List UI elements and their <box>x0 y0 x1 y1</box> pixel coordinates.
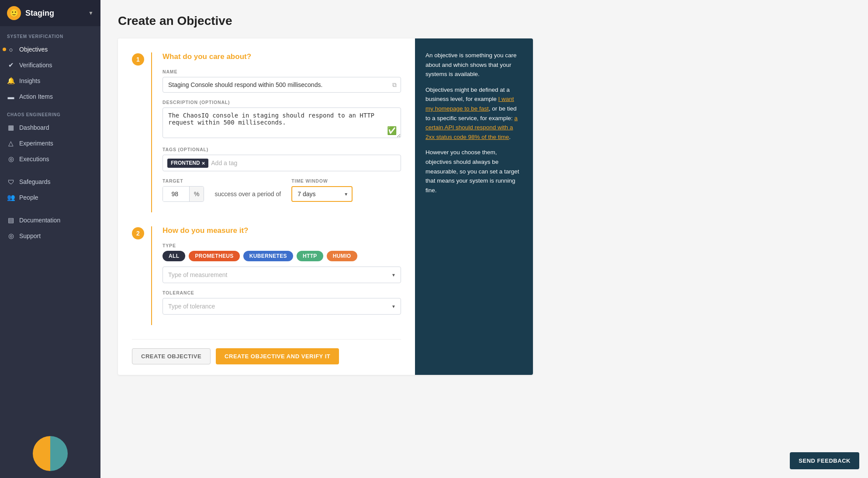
main-content: Create an Objective 1 What do you care a… <box>100 0 868 478</box>
measurement-select[interactable]: Type of measurement <box>163 267 401 283</box>
executions-icon: ◎ <box>7 155 15 163</box>
documentation-icon: ▤ <box>7 216 15 224</box>
section-title-2: How do you measure it? <box>163 226 401 235</box>
create-objective-button[interactable]: CREATE OBJECTIVE <box>132 348 211 364</box>
info-panel: An objective is something you care about… <box>415 38 533 375</box>
name-label: NAME <box>163 69 401 74</box>
time-window-select[interactable]: 7 days 1 day 30 days 90 days <box>291 186 353 202</box>
name-field-group: NAME ⧉ <box>163 69 401 93</box>
sidebar-item-label: Safeguards <box>19 178 51 185</box>
sidebar-section-system: SYSTEM VERIFICATION ○ Objectives ✔ Verif… <box>0 26 100 104</box>
target-subgroup: TARGET % <box>163 178 204 202</box>
section-content-2: How do you measure it? TYPE ALL PROMETHE… <box>151 226 401 325</box>
name-input[interactable] <box>163 77 401 93</box>
type-buttons: ALL PROMETHEUS KUBERNETES HTTP HUMIO <box>163 251 401 261</box>
sidebar-item-dashboard[interactable]: ▦ Dashboard <box>0 120 100 135</box>
check-circle-icon: ✅ <box>387 126 397 135</box>
people-icon: 👥 <box>7 194 15 201</box>
sidebar-item-label: Documentation <box>19 217 60 224</box>
experiments-icon: △ <box>7 139 15 147</box>
sidebar-item-insights[interactable]: 🔔 Insights <box>0 73 100 89</box>
target-label: TARGET <box>163 178 204 184</box>
sidebar-item-people[interactable]: 👥 People <box>0 190 100 205</box>
time-window-subgroup: TIME WINDOW 7 days 1 day 30 days 90 days <box>291 178 353 202</box>
sidebar-item-label: Dashboard <box>19 124 49 131</box>
type-field-group: TYPE ALL PROMETHEUS KUBERNETES HTTP HUMI… <box>163 243 401 283</box>
sidebar-item-label: Action Items <box>19 93 53 100</box>
type-btn-prometheus[interactable]: PROMETHEUS <box>189 251 239 261</box>
type-btn-kubernetes[interactable]: KUBERNETES <box>243 251 293 261</box>
section-number-2: 2 <box>132 227 144 239</box>
info-paragraph-2: Objectives might be defined at a busines… <box>425 85 522 142</box>
info-p2-post: . <box>509 134 511 140</box>
create-objective-card: 1 What do you care about? NAME ⧉ DESCRIP… <box>118 38 533 375</box>
sidebar-section-label-system: SYSTEM VERIFICATION <box>0 26 100 42</box>
sidebar-item-verifications[interactable]: ✔ Verifications <box>0 57 100 73</box>
sidebar-title: Staging <box>25 9 84 18</box>
objectives-icon: ○ <box>7 45 15 53</box>
tags-input[interactable]: FRONTEND × Add a tag <box>163 155 401 171</box>
tag-label: FRONTEND <box>171 160 200 166</box>
name-input-wrap: ⧉ <box>163 77 401 93</box>
info-p2-pre: Objectives might be defined at a busines… <box>425 87 510 103</box>
sidebar-bottom <box>0 429 100 478</box>
target-input-wrap: % <box>163 186 204 202</box>
description-input[interactable] <box>163 107 401 138</box>
sidebar-item-support[interactable]: ◎ Support <box>0 228 100 244</box>
active-dot <box>3 48 6 51</box>
section-title-1: What do you care about? <box>163 52 401 61</box>
target-text: success over a period of <box>214 191 281 202</box>
time-window-select-wrap: 7 days 1 day 30 days 90 days <box>291 186 353 202</box>
target-percent-label: % <box>189 187 204 201</box>
tolerance-label: TOLERANCE <box>163 290 401 295</box>
sidebar-item-label: Verifications <box>19 62 52 69</box>
copy-icon: ⧉ <box>392 81 397 89</box>
time-window-label: TIME WINDOW <box>291 178 353 184</box>
app-logo: 🙂 <box>7 6 21 20</box>
description-input-wrap: ✅ <box>163 107 401 140</box>
target-input[interactable] <box>163 187 189 201</box>
avatar <box>33 436 68 471</box>
chevron-down-icon: ▼ <box>88 10 93 16</box>
dashboard-icon: ▦ <box>7 124 15 132</box>
tolerance-select[interactable]: Type of tolerance <box>163 298 401 315</box>
tags-field-group: TAGS (OPTIONAL) FRONTEND × Add a tag <box>163 147 401 171</box>
tolerance-field-group: TOLERANCE Type of tolerance <box>163 290 401 315</box>
sidebar-item-action-items[interactable]: ▬ Action Items <box>0 89 100 104</box>
sidebar-item-label: People <box>19 194 38 201</box>
sidebar-item-safeguards[interactable]: 🛡 Safeguards <box>0 174 100 190</box>
target-field-group: TARGET % success over a period of <box>163 178 401 202</box>
sidebar-item-label: Support <box>19 232 41 239</box>
sidebar: 🙂 Staging ▼ SYSTEM VERIFICATION ○ Object… <box>0 0 100 478</box>
tag-remove-icon[interactable]: × <box>202 160 205 166</box>
info-paragraph-1: An objective is something you care about… <box>425 51 522 79</box>
sidebar-header[interactable]: 🙂 Staging ▼ <box>0 0 100 26</box>
sidebar-item-label: Insights <box>19 77 40 84</box>
sidebar-item-label: Experiments <box>19 140 53 147</box>
type-btn-humio[interactable]: HUMIO <box>327 251 357 261</box>
section-how: 2 How do you measure it? TYPE ALL PROMET… <box>132 226 401 325</box>
page-title: Create an Objective <box>118 14 851 28</box>
send-feedback-button[interactable]: SEND FEEDBACK <box>790 452 859 469</box>
tags-label: TAGS (OPTIONAL) <box>163 147 401 152</box>
type-btn-http[interactable]: HTTP <box>297 251 323 261</box>
sidebar-item-executions[interactable]: ◎ Executions <box>0 151 100 167</box>
measurement-select-wrap: Type of measurement <box>163 267 401 283</box>
info-paragraph-3: However you choose them, objectives shou… <box>425 148 522 195</box>
form-area: 1 What do you care about? NAME ⧉ DESCRIP… <box>118 38 415 375</box>
insights-icon: 🔔 <box>7 77 15 85</box>
tolerance-select-wrap: Type of tolerance <box>163 298 401 315</box>
form-footer: CREATE OBJECTIVE CREATE OBJECTIVE AND VE… <box>132 339 401 364</box>
section-content-1: What do you care about? NAME ⧉ DESCRIPTI… <box>151 52 401 212</box>
sidebar-item-experiments[interactable]: △ Experiments <box>0 135 100 151</box>
create-objective-verify-button[interactable]: CREATE OBJECTIVE AND VERIFY IT <box>216 348 339 364</box>
section-number-1: 1 <box>132 53 144 66</box>
tag-frontend[interactable]: FRONTEND × <box>167 159 208 168</box>
section-what: 1 What do you care about? NAME ⧉ DESCRIP… <box>132 52 401 212</box>
sidebar-item-documentation[interactable]: ▤ Documentation <box>0 212 100 228</box>
tag-placeholder: Add a tag <box>211 159 237 166</box>
type-label: TYPE <box>163 243 401 248</box>
support-icon: ◎ <box>7 232 15 240</box>
sidebar-item-objectives[interactable]: ○ Objectives <box>0 42 100 57</box>
type-btn-all[interactable]: ALL <box>163 251 185 261</box>
